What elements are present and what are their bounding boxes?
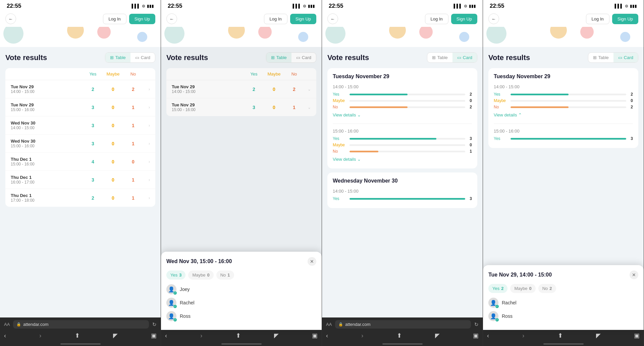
nav-share-2[interactable]: ⬆ xyxy=(236,332,241,339)
attendee-ross-4: 👤 ✓ Ross xyxy=(488,311,638,321)
table-row[interactable]: Wed Nov 3015:00 - 16:00 3 0 1 › xyxy=(5,135,155,153)
no-label-4a: No xyxy=(494,105,508,109)
status-icons-4: ▌▌▌ ⊜ ▮▮▮ xyxy=(614,4,637,8)
popup-close-4[interactable]: ✕ xyxy=(630,270,638,279)
table-row-2b[interactable]: Tue Nov 2915:00 - 16:00 3 0 1 ⌄ xyxy=(166,98,316,116)
card-toggle-2[interactable]: ▭ Card xyxy=(291,53,316,62)
no-count-tag-4: 2 xyxy=(549,286,552,291)
yes-tag-4[interactable]: Yes 2 xyxy=(488,284,507,293)
no-val: 2 xyxy=(123,87,143,92)
table-toggle-4[interactable]: ⊞ Table xyxy=(588,53,613,62)
nav-forward-3: › xyxy=(361,332,363,339)
deco-9 xyxy=(325,27,345,44)
yes-tag-2[interactable]: Yes 3 xyxy=(166,270,185,280)
signup-button-1[interactable]: Sign Up xyxy=(129,14,155,24)
back-button-4[interactable]: ← xyxy=(488,13,499,24)
no-tag-4[interactable]: No 2 xyxy=(538,284,556,293)
nav-tabs-3[interactable]: ▣ xyxy=(473,332,479,339)
aa-button-3[interactable]: AA xyxy=(326,322,332,327)
maybe-count-tag-4: 0 xyxy=(529,286,531,291)
nav-share-3[interactable]: ⬆ xyxy=(397,332,402,339)
card-title-wed-3: Wednesday November 30 xyxy=(333,178,472,184)
nav-tabs-4[interactable]: ▣ xyxy=(634,332,640,339)
login-button-4[interactable]: Log In xyxy=(586,14,609,24)
popup-close-2[interactable]: ✕ xyxy=(308,257,316,266)
signup-button-2[interactable]: Sign Up xyxy=(290,14,316,24)
table-row[interactable]: Thu Dec 117:00 - 18:00 2 0 1 › xyxy=(5,189,155,207)
signup-button-3[interactable]: Sign Up xyxy=(451,14,477,24)
bar-row-maybe-3b: Maybe 0 xyxy=(333,143,472,147)
table-row-2a[interactable]: Tue Nov 2914:00 - 15:00 2 0 2 ⌄ xyxy=(166,80,316,98)
nav-bookmarks-3[interactable]: ◤ xyxy=(435,332,440,339)
phone-2: 22:55 ▌▌▌ ⊜ ▮▮▮ ← Log In Sign Up Vote re… xyxy=(161,0,322,346)
deco-3 xyxy=(97,27,111,39)
nav-back-3[interactable]: ‹ xyxy=(326,332,328,339)
nav-share-4[interactable]: ⬆ xyxy=(558,332,563,339)
signup-button-4[interactable]: Sign Up xyxy=(612,14,638,24)
th-maybe-2: Maybe xyxy=(264,71,284,77)
card-toggle-3[interactable]: ▭ Card xyxy=(452,53,477,62)
maybe-label-3a: Maybe xyxy=(333,98,347,103)
table-toggle-1[interactable]: ⊞ Table xyxy=(105,53,130,62)
bar-track-yes-3a xyxy=(350,94,465,95)
login-button-2[interactable]: Log In xyxy=(264,14,287,24)
avatar-joey: 👤 ✓ xyxy=(166,284,176,294)
deco-2 xyxy=(67,27,84,39)
nav-back-icon-1[interactable]: ‹ xyxy=(4,332,6,339)
maybe-tag-2[interactable]: Maybe 0 xyxy=(188,270,213,280)
view-details-btn-3a[interactable]: View details ⌄ xyxy=(333,111,361,119)
deco-14 xyxy=(550,27,567,39)
time-slot-4a: 14:00 - 15:00 Yes 2 Maybe 0 No 2 xyxy=(494,84,633,124)
bar-row-no-3b: No 1 xyxy=(333,149,472,154)
back-button-3[interactable]: ← xyxy=(327,13,338,24)
refresh-button-3[interactable]: ↻ xyxy=(474,322,479,328)
refresh-button-1[interactable]: ↻ xyxy=(152,322,157,328)
url-bar-1[interactable]: 🔒 attendar.com xyxy=(13,320,149,329)
status-icons-2: ▌▌▌ ⊜ ▮▮▮ xyxy=(292,4,315,8)
table-row[interactable]: Thu Dec 115:00 - 16:00 4 0 0 › xyxy=(5,153,155,171)
view-details-btn-4a[interactable]: View details ⌃ xyxy=(494,111,522,119)
popup-2: Wed Nov 30, 15:00 - 16:00 ✕ Yes 3 Maybe … xyxy=(161,252,322,330)
bar-row-maybe-4a: Maybe 0 xyxy=(494,98,633,103)
nav-bookmarks-icon-1[interactable]: ◤ xyxy=(113,332,118,339)
table-row[interactable]: Wed Nov 3014:00 - 15:00 3 0 1 › xyxy=(5,116,155,135)
check-ross-2: ✓ xyxy=(173,318,177,322)
nav-tabs-2[interactable]: ▣ xyxy=(312,332,318,339)
check-ross-4: ✓ xyxy=(495,318,499,322)
maybe-tag-4[interactable]: Maybe 0 xyxy=(510,284,535,293)
back-button-1[interactable]: ← xyxy=(5,13,16,24)
time-slot-header-3c: 14:00 - 15:00 xyxy=(333,189,472,194)
nav-bookmarks-2[interactable]: ◤ xyxy=(274,332,279,339)
card-toggle-4[interactable]: ▭ Card xyxy=(613,53,638,62)
home-bar-2 xyxy=(221,343,262,345)
table-row[interactable]: Tue Nov 2914:00 - 15:00 2 0 2 › xyxy=(5,80,155,98)
view-details-btn-3b[interactable]: View details ⌄ xyxy=(333,155,361,163)
time-slot-4b: 15:00 - 16:00 Yes 3 xyxy=(494,129,633,141)
bar-fill-yes-4a xyxy=(511,94,569,95)
table-toggle-2[interactable]: ⊞ Table xyxy=(266,53,291,62)
nav-back-2[interactable]: ‹ xyxy=(165,332,167,339)
table-row[interactable]: Thu Dec 116:00 - 17:00 3 0 1 › xyxy=(5,171,155,189)
nav-back-4[interactable]: ‹ xyxy=(487,332,489,339)
deco-16 xyxy=(620,32,630,42)
card-icon-2: ▭ xyxy=(296,55,300,60)
nav-bookmarks-4[interactable]: ◤ xyxy=(596,332,601,339)
back-button-2[interactable]: ← xyxy=(166,13,177,24)
th-no-1: No xyxy=(123,71,143,77)
nav-share-icon-1[interactable]: ⬆ xyxy=(75,332,80,339)
toggle-group-1: ⊞ Table ▭ Card xyxy=(105,52,155,63)
login-button-1[interactable]: Log In xyxy=(103,14,126,24)
login-button-3[interactable]: Log In xyxy=(425,14,448,24)
url-bar-3[interactable]: 🔒 attendar.com xyxy=(335,320,471,329)
nav-tabs-icon-1[interactable]: ▣ xyxy=(151,332,157,339)
header-bg-2 xyxy=(161,27,322,47)
table-row[interactable]: Tue Nov 2915:00 - 16:00 3 0 1 › xyxy=(5,98,155,116)
no-tag-2[interactable]: No 1 xyxy=(216,270,234,280)
card-toggle-1[interactable]: ▭ Card xyxy=(130,53,155,62)
name-joey: Joey xyxy=(180,287,190,292)
aa-button-1[interactable]: AA xyxy=(4,322,10,327)
table-toggle-3[interactable]: ⊞ Table xyxy=(427,53,452,62)
yes-count-2: 3 xyxy=(179,273,181,278)
table-view-1: Yes Maybe No Tue Nov 2914:00 - 15:00 2 0… xyxy=(5,68,155,207)
check-rachel-2: ✓ xyxy=(173,304,177,308)
